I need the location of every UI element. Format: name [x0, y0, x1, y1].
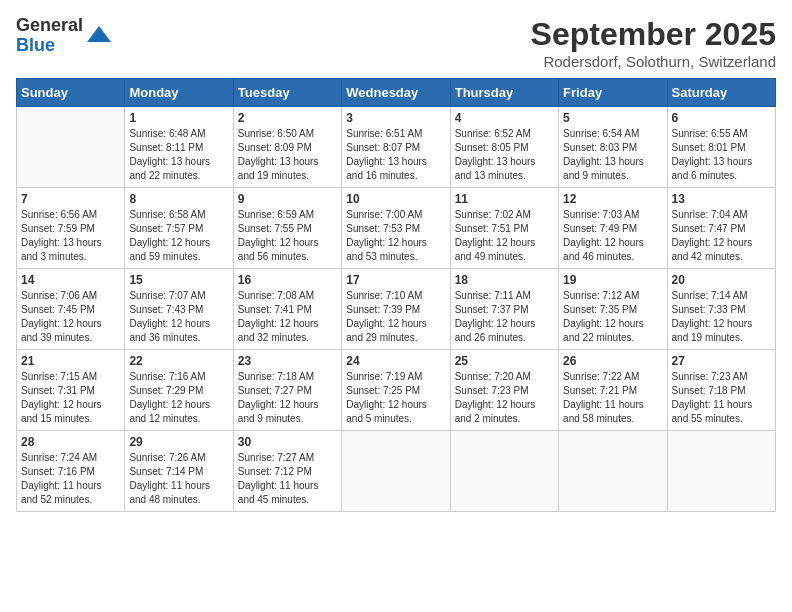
day-header-saturday: Saturday: [667, 79, 775, 107]
cell-date: 28: [21, 435, 120, 449]
page-header: General Blue September 2025 Rodersdorf, …: [16, 16, 776, 70]
logo-blue-text: Blue: [16, 36, 83, 56]
calendar-cell: 2Sunrise: 6:50 AM Sunset: 8:09 PM Daylig…: [233, 107, 341, 188]
calendar-cell: 22Sunrise: 7:16 AM Sunset: 7:29 PM Dayli…: [125, 350, 233, 431]
cell-info: Sunrise: 6:56 AM Sunset: 7:59 PM Dayligh…: [21, 208, 120, 264]
cell-info: Sunrise: 7:10 AM Sunset: 7:39 PM Dayligh…: [346, 289, 445, 345]
cell-info: Sunrise: 7:20 AM Sunset: 7:23 PM Dayligh…: [455, 370, 554, 426]
cell-info: Sunrise: 6:50 AM Sunset: 8:09 PM Dayligh…: [238, 127, 337, 183]
cell-info: Sunrise: 7:27 AM Sunset: 7:12 PM Dayligh…: [238, 451, 337, 507]
calendar-cell: 26Sunrise: 7:22 AM Sunset: 7:21 PM Dayli…: [559, 350, 667, 431]
logo-icon: [85, 22, 113, 50]
cell-date: 3: [346, 111, 445, 125]
week-row-3: 21Sunrise: 7:15 AM Sunset: 7:31 PM Dayli…: [17, 350, 776, 431]
cell-info: Sunrise: 6:59 AM Sunset: 7:55 PM Dayligh…: [238, 208, 337, 264]
cell-info: Sunrise: 7:16 AM Sunset: 7:29 PM Dayligh…: [129, 370, 228, 426]
calendar-table: SundayMondayTuesdayWednesdayThursdayFrid…: [16, 78, 776, 512]
title-block: September 2025 Rodersdorf, Solothurn, Sw…: [531, 16, 776, 70]
calendar-cell: 18Sunrise: 7:11 AM Sunset: 7:37 PM Dayli…: [450, 269, 558, 350]
calendar-cell: 9Sunrise: 6:59 AM Sunset: 7:55 PM Daylig…: [233, 188, 341, 269]
calendar-cell: 10Sunrise: 7:00 AM Sunset: 7:53 PM Dayli…: [342, 188, 450, 269]
calendar-cell: [450, 431, 558, 512]
cell-date: 22: [129, 354, 228, 368]
week-row-2: 14Sunrise: 7:06 AM Sunset: 7:45 PM Dayli…: [17, 269, 776, 350]
calendar-cell: [17, 107, 125, 188]
day-header-monday: Monday: [125, 79, 233, 107]
cell-info: Sunrise: 7:08 AM Sunset: 7:41 PM Dayligh…: [238, 289, 337, 345]
cell-info: Sunrise: 7:22 AM Sunset: 7:21 PM Dayligh…: [563, 370, 662, 426]
cell-info: Sunrise: 6:55 AM Sunset: 8:01 PM Dayligh…: [672, 127, 771, 183]
calendar-cell: 12Sunrise: 7:03 AM Sunset: 7:49 PM Dayli…: [559, 188, 667, 269]
cell-date: 21: [21, 354, 120, 368]
cell-date: 17: [346, 273, 445, 287]
calendar-cell: 8Sunrise: 6:58 AM Sunset: 7:57 PM Daylig…: [125, 188, 233, 269]
cell-info: Sunrise: 7:23 AM Sunset: 7:18 PM Dayligh…: [672, 370, 771, 426]
cell-date: 19: [563, 273, 662, 287]
cell-info: Sunrise: 6:48 AM Sunset: 8:11 PM Dayligh…: [129, 127, 228, 183]
cell-date: 18: [455, 273, 554, 287]
cell-info: Sunrise: 7:24 AM Sunset: 7:16 PM Dayligh…: [21, 451, 120, 507]
logo: General Blue: [16, 16, 113, 56]
cell-info: Sunrise: 6:58 AM Sunset: 7:57 PM Dayligh…: [129, 208, 228, 264]
calendar-cell: 29Sunrise: 7:26 AM Sunset: 7:14 PM Dayli…: [125, 431, 233, 512]
cell-date: 1: [129, 111, 228, 125]
cell-info: Sunrise: 7:07 AM Sunset: 7:43 PM Dayligh…: [129, 289, 228, 345]
cell-info: Sunrise: 7:02 AM Sunset: 7:51 PM Dayligh…: [455, 208, 554, 264]
week-row-1: 7Sunrise: 6:56 AM Sunset: 7:59 PM Daylig…: [17, 188, 776, 269]
calendar-cell: 21Sunrise: 7:15 AM Sunset: 7:31 PM Dayli…: [17, 350, 125, 431]
calendar-cell: 1Sunrise: 6:48 AM Sunset: 8:11 PM Daylig…: [125, 107, 233, 188]
week-row-0: 1Sunrise: 6:48 AM Sunset: 8:11 PM Daylig…: [17, 107, 776, 188]
day-header-wednesday: Wednesday: [342, 79, 450, 107]
svg-marker-0: [87, 26, 111, 42]
cell-info: Sunrise: 7:11 AM Sunset: 7:37 PM Dayligh…: [455, 289, 554, 345]
cell-info: Sunrise: 6:54 AM Sunset: 8:03 PM Dayligh…: [563, 127, 662, 183]
logo-general-text: General: [16, 16, 83, 36]
cell-date: 30: [238, 435, 337, 449]
cell-date: 23: [238, 354, 337, 368]
calendar-cell: 24Sunrise: 7:19 AM Sunset: 7:25 PM Dayli…: [342, 350, 450, 431]
day-header-thursday: Thursday: [450, 79, 558, 107]
cell-date: 29: [129, 435, 228, 449]
calendar-cell: 25Sunrise: 7:20 AM Sunset: 7:23 PM Dayli…: [450, 350, 558, 431]
cell-date: 13: [672, 192, 771, 206]
calendar-cell: 11Sunrise: 7:02 AM Sunset: 7:51 PM Dayli…: [450, 188, 558, 269]
calendar-body: 1Sunrise: 6:48 AM Sunset: 8:11 PM Daylig…: [17, 107, 776, 512]
cell-date: 14: [21, 273, 120, 287]
calendar-cell: 15Sunrise: 7:07 AM Sunset: 7:43 PM Dayli…: [125, 269, 233, 350]
calendar-cell: 20Sunrise: 7:14 AM Sunset: 7:33 PM Dayli…: [667, 269, 775, 350]
calendar-cell: 13Sunrise: 7:04 AM Sunset: 7:47 PM Dayli…: [667, 188, 775, 269]
calendar-cell: 27Sunrise: 7:23 AM Sunset: 7:18 PM Dayli…: [667, 350, 775, 431]
cell-date: 9: [238, 192, 337, 206]
day-header-friday: Friday: [559, 79, 667, 107]
cell-date: 24: [346, 354, 445, 368]
cell-date: 4: [455, 111, 554, 125]
cell-info: Sunrise: 7:03 AM Sunset: 7:49 PM Dayligh…: [563, 208, 662, 264]
cell-info: Sunrise: 7:19 AM Sunset: 7:25 PM Dayligh…: [346, 370, 445, 426]
cell-date: 8: [129, 192, 228, 206]
cell-date: 20: [672, 273, 771, 287]
day-header-sunday: Sunday: [17, 79, 125, 107]
cell-date: 5: [563, 111, 662, 125]
cell-info: Sunrise: 7:04 AM Sunset: 7:47 PM Dayligh…: [672, 208, 771, 264]
calendar-cell: [342, 431, 450, 512]
day-header-tuesday: Tuesday: [233, 79, 341, 107]
cell-date: 26: [563, 354, 662, 368]
cell-date: 15: [129, 273, 228, 287]
cell-info: Sunrise: 7:06 AM Sunset: 7:45 PM Dayligh…: [21, 289, 120, 345]
cell-info: Sunrise: 7:12 AM Sunset: 7:35 PM Dayligh…: [563, 289, 662, 345]
cell-date: 16: [238, 273, 337, 287]
cell-date: 27: [672, 354, 771, 368]
cell-info: Sunrise: 7:14 AM Sunset: 7:33 PM Dayligh…: [672, 289, 771, 345]
cell-info: Sunrise: 6:51 AM Sunset: 8:07 PM Dayligh…: [346, 127, 445, 183]
header-row: SundayMondayTuesdayWednesdayThursdayFrid…: [17, 79, 776, 107]
cell-date: 6: [672, 111, 771, 125]
cell-info: Sunrise: 7:15 AM Sunset: 7:31 PM Dayligh…: [21, 370, 120, 426]
location-subtitle: Rodersdorf, Solothurn, Switzerland: [531, 53, 776, 70]
cell-info: Sunrise: 7:18 AM Sunset: 7:27 PM Dayligh…: [238, 370, 337, 426]
calendar-cell: 23Sunrise: 7:18 AM Sunset: 7:27 PM Dayli…: [233, 350, 341, 431]
week-row-4: 28Sunrise: 7:24 AM Sunset: 7:16 PM Dayli…: [17, 431, 776, 512]
cell-info: Sunrise: 7:00 AM Sunset: 7:53 PM Dayligh…: [346, 208, 445, 264]
calendar-cell: 16Sunrise: 7:08 AM Sunset: 7:41 PM Dayli…: [233, 269, 341, 350]
calendar-cell: 5Sunrise: 6:54 AM Sunset: 8:03 PM Daylig…: [559, 107, 667, 188]
cell-date: 10: [346, 192, 445, 206]
